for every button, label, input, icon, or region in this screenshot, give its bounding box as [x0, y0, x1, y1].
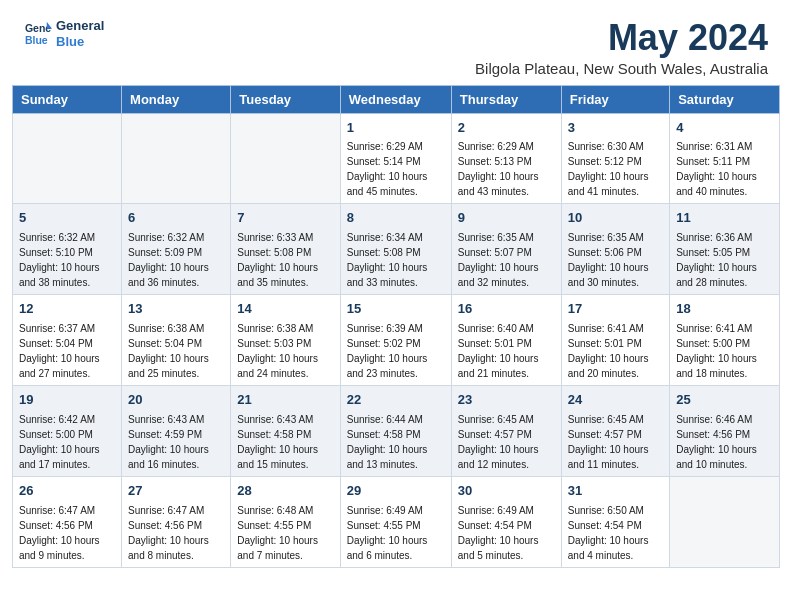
calendar-week-row: 5Sunrise: 6:32 AMSunset: 5:10 PMDaylight… — [13, 204, 780, 295]
day-info: Sunset: 4:56 PM — [128, 518, 224, 533]
title-block: May 2024 Bilgola Plateau, New South Wale… — [475, 18, 768, 77]
day-number: 30 — [458, 482, 555, 501]
table-row: 2Sunrise: 6:29 AMSunset: 5:13 PMDaylight… — [451, 113, 561, 204]
day-info: Sunrise: 6:30 AM — [568, 139, 663, 154]
day-info: Sunrise: 6:50 AM — [568, 503, 663, 518]
day-info: Daylight: 10 hours — [19, 351, 115, 366]
day-number: 11 — [676, 209, 773, 228]
day-info: Sunrise: 6:41 AM — [676, 321, 773, 336]
day-number: 28 — [237, 482, 333, 501]
day-info: Daylight: 10 hours — [19, 442, 115, 457]
day-info: and 33 minutes. — [347, 275, 445, 290]
day-info: Daylight: 10 hours — [458, 533, 555, 548]
day-info: and 11 minutes. — [568, 457, 663, 472]
day-info: Sunrise: 6:35 AM — [568, 230, 663, 245]
day-info: Daylight: 10 hours — [676, 442, 773, 457]
day-info: Sunrise: 6:29 AM — [458, 139, 555, 154]
table-row: 23Sunrise: 6:45 AMSunset: 4:57 PMDayligh… — [451, 386, 561, 477]
day-info: and 45 minutes. — [347, 184, 445, 199]
day-info: and 24 minutes. — [237, 366, 333, 381]
day-info: Sunrise: 6:32 AM — [19, 230, 115, 245]
col-sunday: Sunday — [13, 85, 122, 113]
day-info: Sunset: 4:54 PM — [568, 518, 663, 533]
day-number: 17 — [568, 300, 663, 319]
day-info: and 23 minutes. — [347, 366, 445, 381]
day-info: and 38 minutes. — [19, 275, 115, 290]
table-row: 4Sunrise: 6:31 AMSunset: 5:11 PMDaylight… — [670, 113, 780, 204]
day-info: Daylight: 10 hours — [347, 442, 445, 457]
day-info: and 15 minutes. — [237, 457, 333, 472]
day-info: and 4 minutes. — [568, 548, 663, 563]
day-info: Sunrise: 6:48 AM — [237, 503, 333, 518]
day-info: Daylight: 10 hours — [128, 260, 224, 275]
table-row: 5Sunrise: 6:32 AMSunset: 5:10 PMDaylight… — [13, 204, 122, 295]
day-info: Sunrise: 6:38 AM — [128, 321, 224, 336]
table-row — [670, 476, 780, 567]
day-info: Sunrise: 6:45 AM — [458, 412, 555, 427]
day-info: Sunset: 4:55 PM — [347, 518, 445, 533]
day-info: Daylight: 10 hours — [568, 351, 663, 366]
day-info: Sunset: 4:56 PM — [676, 427, 773, 442]
day-info: Sunset: 5:04 PM — [19, 336, 115, 351]
page-header: General Blue General Blue May 2024 Bilgo… — [0, 0, 792, 85]
day-info: Daylight: 10 hours — [347, 260, 445, 275]
day-info: and 9 minutes. — [19, 548, 115, 563]
day-info: Sunset: 5:06 PM — [568, 245, 663, 260]
day-info: Sunrise: 6:45 AM — [568, 412, 663, 427]
day-info: Sunset: 5:00 PM — [19, 427, 115, 442]
day-info: Sunset: 5:08 PM — [347, 245, 445, 260]
day-number: 1 — [347, 119, 445, 138]
table-row: 1Sunrise: 6:29 AMSunset: 5:14 PMDaylight… — [340, 113, 451, 204]
day-info: Sunset: 5:13 PM — [458, 154, 555, 169]
calendar-week-row: 12Sunrise: 6:37 AMSunset: 5:04 PMDayligh… — [13, 295, 780, 386]
table-row: 8Sunrise: 6:34 AMSunset: 5:08 PMDaylight… — [340, 204, 451, 295]
day-info: Sunset: 5:14 PM — [347, 154, 445, 169]
day-info: and 32 minutes. — [458, 275, 555, 290]
day-info: Daylight: 10 hours — [237, 533, 333, 548]
day-info: Daylight: 10 hours — [676, 169, 773, 184]
day-number: 6 — [128, 209, 224, 228]
table-row: 31Sunrise: 6:50 AMSunset: 4:54 PMDayligh… — [561, 476, 669, 567]
day-number: 21 — [237, 391, 333, 410]
day-info: and 30 minutes. — [568, 275, 663, 290]
day-info: Sunset: 4:59 PM — [128, 427, 224, 442]
day-info: and 12 minutes. — [458, 457, 555, 472]
day-info: Daylight: 10 hours — [128, 442, 224, 457]
col-saturday: Saturday — [670, 85, 780, 113]
day-number: 13 — [128, 300, 224, 319]
day-info: Sunrise: 6:29 AM — [347, 139, 445, 154]
day-info: Sunset: 4:57 PM — [458, 427, 555, 442]
table-row: 21Sunrise: 6:43 AMSunset: 4:58 PMDayligh… — [231, 386, 340, 477]
table-row: 9Sunrise: 6:35 AMSunset: 5:07 PMDaylight… — [451, 204, 561, 295]
day-info: Daylight: 10 hours — [19, 533, 115, 548]
day-info: Sunrise: 6:47 AM — [128, 503, 224, 518]
day-info: Sunset: 5:12 PM — [568, 154, 663, 169]
day-info: Sunset: 5:01 PM — [458, 336, 555, 351]
day-info: and 8 minutes. — [128, 548, 224, 563]
day-number: 24 — [568, 391, 663, 410]
day-number: 22 — [347, 391, 445, 410]
day-info: Sunset: 4:55 PM — [237, 518, 333, 533]
table-row: 11Sunrise: 6:36 AMSunset: 5:05 PMDayligh… — [670, 204, 780, 295]
table-row: 27Sunrise: 6:47 AMSunset: 4:56 PMDayligh… — [122, 476, 231, 567]
day-number: 7 — [237, 209, 333, 228]
day-info: Daylight: 10 hours — [458, 442, 555, 457]
table-row: 29Sunrise: 6:49 AMSunset: 4:55 PMDayligh… — [340, 476, 451, 567]
day-info: Sunset: 4:54 PM — [458, 518, 555, 533]
day-info: and 13 minutes. — [347, 457, 445, 472]
day-number: 18 — [676, 300, 773, 319]
table-row: 25Sunrise: 6:46 AMSunset: 4:56 PMDayligh… — [670, 386, 780, 477]
table-row: 6Sunrise: 6:32 AMSunset: 5:09 PMDaylight… — [122, 204, 231, 295]
calendar-week-row: 19Sunrise: 6:42 AMSunset: 5:00 PMDayligh… — [13, 386, 780, 477]
logo-text-general: General — [56, 18, 104, 34]
day-info: Daylight: 10 hours — [347, 351, 445, 366]
day-info: Sunset: 4:57 PM — [568, 427, 663, 442]
day-info: Daylight: 10 hours — [676, 260, 773, 275]
day-info: Sunrise: 6:49 AM — [458, 503, 555, 518]
day-number: 23 — [458, 391, 555, 410]
day-info: Sunrise: 6:35 AM — [458, 230, 555, 245]
day-number: 14 — [237, 300, 333, 319]
day-info: and 25 minutes. — [128, 366, 224, 381]
table-row: 24Sunrise: 6:45 AMSunset: 4:57 PMDayligh… — [561, 386, 669, 477]
day-info: and 10 minutes. — [676, 457, 773, 472]
